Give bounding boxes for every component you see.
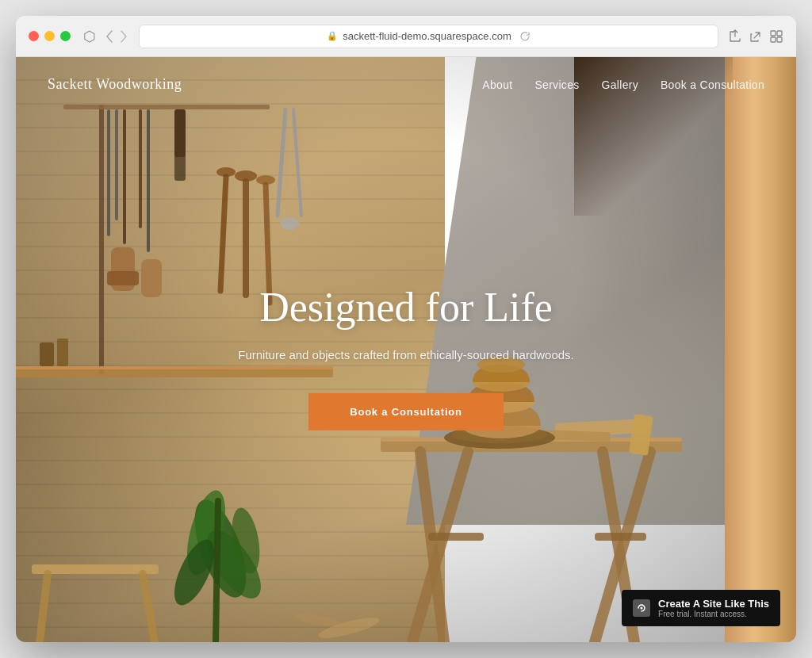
close-button[interactable]	[29, 31, 39, 41]
svg-rect-17	[107, 109, 110, 236]
browser-chrome: ⬡ 🔒 sackett-fluid-demo.squarespace.com	[16, 16, 796, 57]
svg-point-8	[280, 217, 299, 230]
badge-sub-text: Free trial. Instant access.	[658, 610, 769, 618]
svg-rect-27	[40, 342, 54, 366]
svg-rect-42	[595, 533, 646, 541]
svg-line-54	[143, 574, 155, 642]
badge-text-wrap: Create A Site Like This Free trial. Inst…	[658, 598, 769, 618]
browser-window: ⬡ 🔒 sackett-fluid-demo.squarespace.com	[16, 16, 796, 642]
cta-button[interactable]: Book a Consultation	[308, 393, 504, 430]
hero-title: Designed for Life	[152, 284, 660, 331]
svg-line-16	[220, 177, 226, 291]
browser-content: Sackett Woodworking About Services Galle…	[16, 57, 796, 642]
svg-line-6	[278, 109, 285, 216]
svg-rect-41	[428, 533, 484, 541]
badge-main-text: Create A Site Like This	[658, 598, 769, 610]
browser-actions	[728, 29, 783, 44]
lock-icon: 🔒	[327, 31, 338, 41]
site-logo: Sackett Woodworking	[48, 76, 182, 93]
svg-rect-0	[771, 31, 776, 36]
svg-rect-23	[107, 271, 139, 285]
new-tab-icon[interactable]	[749, 29, 763, 44]
hero-subtitle: Furniture and objects crafted from ethic…	[152, 346, 660, 365]
nav-about[interactable]: About	[482, 78, 512, 91]
squarespace-icon	[633, 599, 650, 617]
svg-rect-2	[771, 37, 776, 42]
svg-line-7	[293, 109, 301, 216]
minimize-button[interactable]	[44, 31, 55, 41]
nav-links: About Services Gallery Book a Consultati…	[482, 78, 764, 91]
hero-content: Designed for Life Furniture and objects …	[152, 284, 660, 430]
svg-line-53	[40, 574, 48, 642]
maximize-button[interactable]	[60, 31, 71, 41]
website: Sackett Woodworking About Services Galle…	[16, 57, 796, 642]
svg-rect-20	[139, 109, 142, 228]
nav-book[interactable]: Book a Consultation	[661, 78, 764, 91]
svg-point-57	[641, 607, 643, 610]
nav-gallery[interactable]: Gallery	[602, 78, 638, 91]
squarespace-badge[interactable]: Create A Site Like This Free trial. Inst…	[622, 590, 780, 626]
share-icon[interactable]	[728, 29, 742, 44]
svg-rect-28	[57, 339, 68, 366]
reload-icon[interactable]	[519, 31, 530, 42]
forward-arrow-icon[interactable]	[121, 30, 128, 43]
traffic-lights	[29, 31, 71, 41]
address-bar[interactable]: 🔒 sackett-fluid-demo.squarespace.com	[139, 25, 718, 48]
nav-services[interactable]: Services	[534, 78, 579, 91]
svg-point-56	[293, 611, 341, 629]
navigation: Sackett Woodworking About Services Galle…	[16, 57, 796, 112]
svg-rect-18	[115, 109, 118, 220]
svg-line-34	[216, 501, 218, 642]
svg-rect-10	[174, 109, 186, 181]
svg-rect-21	[147, 109, 150, 252]
back-button[interactable]: ⬡	[80, 25, 99, 48]
svg-rect-19	[123, 109, 126, 244]
svg-rect-3	[777, 37, 782, 42]
windows-icon[interactable]	[769, 29, 783, 44]
browser-nav: ⬡	[80, 25, 129, 48]
svg-rect-1	[777, 31, 782, 36]
svg-rect-4	[99, 105, 104, 374]
back-arrow-icon[interactable]	[105, 30, 113, 43]
url-text: sackett-fluid-demo.squarespace.com	[343, 30, 511, 42]
